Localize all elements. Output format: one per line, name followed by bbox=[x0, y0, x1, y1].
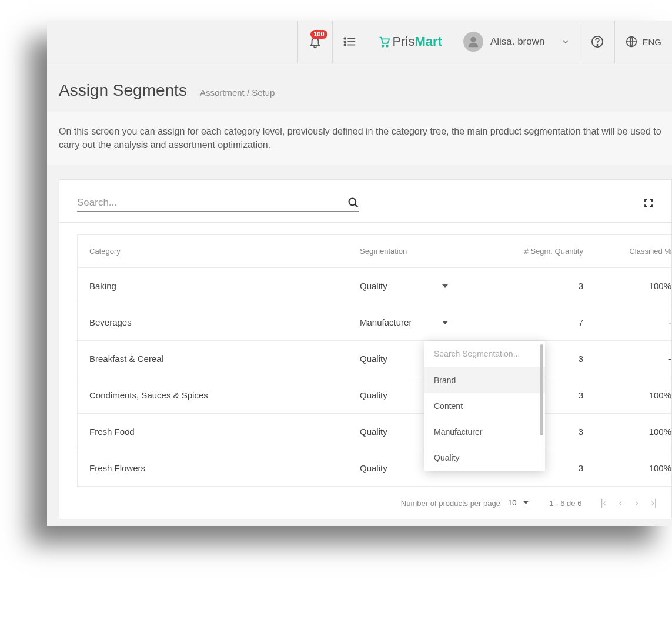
search-icon bbox=[347, 197, 359, 209]
segmentation-value: Manufacturer bbox=[360, 317, 412, 327]
search-input[interactable] bbox=[77, 194, 347, 211]
caret-down-icon bbox=[442, 284, 448, 288]
dropdown-option[interactable]: Brand bbox=[424, 367, 545, 393]
segmentation-value: Quality bbox=[360, 390, 387, 400]
table-row: Condiments, Sauces & Spices Quality 3 10… bbox=[78, 377, 671, 414]
segmentation-value: Quality bbox=[360, 463, 387, 473]
svg-point-8 bbox=[470, 37, 476, 42]
menu-list-button[interactable] bbox=[332, 21, 367, 63]
segments-table: Category Segmentation # Segm. Quantity C… bbox=[77, 234, 671, 487]
user-menu[interactable]: Alisa. brown bbox=[453, 21, 580, 63]
page-last-icon[interactable]: ›| bbox=[651, 498, 657, 508]
svg-point-0 bbox=[344, 38, 346, 39]
chevron-down-icon bbox=[562, 39, 569, 44]
list-icon bbox=[343, 36, 356, 47]
pagination: Number of products per page 10 1 - 6 de … bbox=[77, 487, 671, 519]
col-classified: Classified % bbox=[589, 247, 672, 256]
svg-point-2 bbox=[344, 41, 346, 43]
avatar bbox=[463, 32, 483, 52]
col-category: Category bbox=[89, 247, 360, 256]
table-header: Category Segmentation # Segm. Quantity C… bbox=[78, 235, 671, 268]
svg-point-7 bbox=[386, 45, 388, 47]
language-label: ENG bbox=[642, 37, 661, 47]
fullscreen-icon[interactable] bbox=[643, 198, 654, 209]
cell-category: Condiments, Sauces & Spices bbox=[89, 390, 360, 400]
svg-point-12 bbox=[349, 199, 356, 206]
col-qty: # Segm. Quantity bbox=[477, 247, 589, 256]
table-row: Beverages Manufacturer 7 - Brand Content… bbox=[78, 304, 671, 341]
username: Alisa. brown bbox=[490, 36, 545, 48]
cell-classified: 100% bbox=[589, 281, 672, 291]
cell-classified: - bbox=[589, 354, 672, 364]
svg-point-10 bbox=[597, 45, 598, 45]
svg-point-6 bbox=[382, 45, 383, 47]
cell-classified: 100% bbox=[589, 463, 672, 473]
scrollbar[interactable] bbox=[540, 344, 543, 435]
segmentation-dropdown: Brand Content Manufacturer Quality bbox=[424, 341, 545, 471]
cell-category: Fresh Flowers bbox=[89, 463, 360, 473]
table-row: Fresh Food Quality 3 100% bbox=[78, 414, 671, 450]
dropdown-option[interactable]: Quality bbox=[424, 445, 545, 471]
cell-category: Fresh Food bbox=[89, 427, 360, 437]
page-size-label: Number of products per page bbox=[401, 499, 500, 508]
notifications-button[interactable]: 100 bbox=[297, 21, 332, 63]
segmentation-select[interactable]: Manufacturer bbox=[360, 317, 448, 327]
segmentation-value: Quality bbox=[360, 281, 387, 291]
svg-line-13 bbox=[355, 204, 358, 207]
cell-classified: 100% bbox=[589, 427, 672, 437]
app-logo: PrisMart bbox=[367, 21, 453, 63]
search-field[interactable] bbox=[77, 194, 359, 212]
page-description: On this screen you can assign for each c… bbox=[47, 112, 672, 165]
table-row: Breakfast & Cereal Quality 3 - bbox=[78, 341, 671, 377]
page-header: Assign Segments Assortment / Setup bbox=[47, 63, 672, 112]
cell-classified: - bbox=[589, 317, 672, 327]
caret-down-icon bbox=[442, 321, 448, 324]
cell-category: Breakfast & Cereal bbox=[89, 354, 360, 364]
topbar: 100 PrisMart Alisa. brown bbox=[47, 21, 672, 63]
cell-category: Beverages bbox=[89, 317, 360, 327]
page-size-select[interactable]: 10 bbox=[506, 498, 530, 508]
dropdown-option[interactable]: Content bbox=[424, 393, 545, 419]
dropdown-option[interactable]: Manufacturer bbox=[424, 419, 545, 445]
page-prev-icon[interactable]: ‹ bbox=[619, 498, 622, 508]
page-title: Assign Segments bbox=[59, 81, 187, 100]
cell-qty: 3 bbox=[477, 281, 589, 291]
cell-classified: 100% bbox=[589, 390, 672, 400]
notification-badge: 100 bbox=[310, 30, 327, 39]
segmentation-select[interactable]: Quality bbox=[360, 281, 448, 291]
table-row: Fresh Flowers Quality 3 100% bbox=[78, 450, 671, 487]
segmentation-value: Quality bbox=[360, 354, 387, 364]
page-range: 1 - 6 de 6 bbox=[549, 499, 581, 508]
cell-category: Baking bbox=[89, 281, 360, 291]
app-window: 100 PrisMart Alisa. brown bbox=[47, 21, 672, 526]
segmentation-value: Quality bbox=[360, 427, 387, 437]
help-button[interactable] bbox=[580, 21, 614, 63]
table-row: Baking Quality 3 100% bbox=[78, 268, 671, 304]
page-next-icon[interactable]: › bbox=[635, 498, 638, 508]
language-switch[interactable]: ENG bbox=[614, 21, 672, 63]
cell-qty: 7 bbox=[477, 317, 589, 327]
globe-icon bbox=[626, 36, 637, 48]
cart-icon bbox=[377, 35, 390, 48]
col-segmentation: Segmentation bbox=[360, 247, 477, 256]
logo-mart: Mart bbox=[414, 34, 442, 49]
page-first-icon[interactable]: |‹ bbox=[600, 498, 606, 508]
help-icon bbox=[591, 35, 604, 48]
dropdown-search[interactable] bbox=[424, 341, 545, 367]
logo-pris: Pris bbox=[393, 34, 415, 49]
segments-card: Category Segmentation # Segm. Quantity C… bbox=[59, 179, 672, 519]
breadcrumb: Assortment / Setup bbox=[200, 88, 275, 98]
page-size-value: 10 bbox=[508, 498, 516, 507]
svg-point-4 bbox=[344, 44, 346, 46]
